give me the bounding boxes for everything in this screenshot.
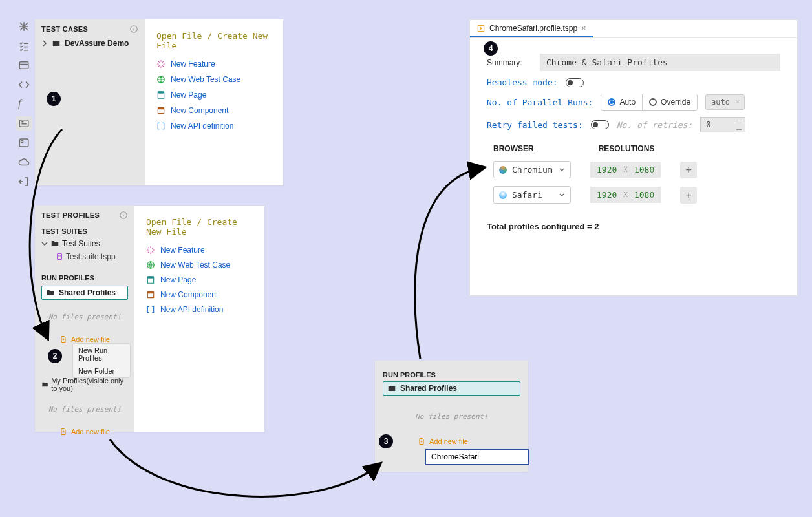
browser-row-0: Chromium 1920 X 1080 + [487, 161, 780, 178]
reports-icon [18, 137, 30, 149]
svg-rect-7 [158, 92, 164, 94]
parallel-override[interactable]: Override [643, 94, 697, 110]
parallel-auto[interactable]: Auto [601, 94, 643, 110]
summary-label: Summary: [487, 58, 532, 67]
parallel-segmented: Auto Override [601, 94, 698, 111]
resolution-0[interactable]: 1920 X 1080 [590, 162, 661, 178]
shared-profiles-node[interactable]: Shared Profiles [41, 286, 128, 300]
retry-count-input[interactable]: 0 [700, 117, 745, 132]
retry-count-label: No. of retries: [617, 120, 692, 130]
create-list: New Feature New Web Test Case New Page N… [156, 59, 272, 131]
panel-test-cases: TEST CASES DevAssure Demo Open File / Cr… [35, 19, 283, 185]
new-feature-label: New Feature [171, 59, 215, 69]
col-browser: BROWSER [493, 144, 534, 153]
page-icon [156, 90, 166, 100]
chevron-down-icon [41, 240, 48, 247]
new-page-label: New Page [160, 275, 196, 284]
headless-label: Headless mode: [487, 78, 558, 87]
new-api-item[interactable]: New API definition [146, 305, 253, 314]
add-file-icon [418, 438, 425, 445]
chevron-down-icon [559, 167, 565, 173]
sidebar-item-logout[interactable] [16, 174, 32, 189]
code-icon [18, 79, 30, 90]
test-suites-root[interactable]: Test Suites [41, 239, 128, 248]
sidebar-item-checklist[interactable] [16, 39, 32, 53]
new-page-item[interactable]: New Page [146, 275, 253, 284]
add-new-file-3[interactable]: Add new file [383, 438, 520, 445]
filename-input[interactable] [425, 449, 529, 465]
empty-text-3: No files present! [383, 412, 520, 421]
editor-tab[interactable]: ChromeSafari.profile.tspp × [470, 20, 593, 37]
add-new-file-shared[interactable]: Add new file [41, 335, 128, 343]
folder-icon [52, 39, 61, 48]
project-name: DevAssure Demo [65, 39, 129, 48]
cloud-icon [18, 156, 30, 168]
new-feature-label: New Feature [160, 246, 205, 255]
svg-rect-14 [147, 277, 153, 279]
add-resolution-0[interactable]: + [680, 162, 697, 178]
profile-icon [18, 118, 30, 129]
parallel-label: No. of Parallel Runs: [487, 98, 593, 107]
new-feature-item[interactable]: New Feature [156, 59, 272, 69]
new-page-label: New Page [171, 90, 206, 100]
editor-tab-label: ChromeSafari.profile.tspp [489, 24, 577, 33]
shared-profiles-node-3[interactable]: Shared Profiles [383, 381, 520, 396]
project-root[interactable]: DevAssure Demo [41, 39, 138, 48]
new-component-item[interactable]: New Component [146, 290, 253, 299]
new-api-item[interactable]: New API definition [156, 121, 272, 131]
info-icon[interactable] [119, 211, 128, 220]
total-profiles: Total profiles configured = 2 [487, 222, 780, 231]
open-file-title-2: Open File / Create New File [146, 217, 253, 237]
ctx-new-run-profiles[interactable]: New Run Profiles [73, 344, 130, 364]
new-web-test-item[interactable]: New Web Test Case [146, 260, 253, 269]
panel-profile-editor: ChromeSafari.profile.tspp × Summary: Hea… [469, 19, 798, 296]
parallel-value[interactable]: auto [705, 94, 745, 110]
close-tab-icon[interactable]: × [581, 23, 586, 33]
summary-input[interactable] [540, 54, 780, 71]
step-badge-3: 3 [379, 434, 393, 448]
browser-select-1[interactable]: Safari [493, 186, 571, 204]
browser-select-0[interactable]: Chromium [493, 161, 571, 178]
folder-icon [50, 239, 59, 248]
retry-label: Retry failed tests: [487, 120, 583, 130]
res-w-0: 1920 [597, 165, 617, 174]
sidebar-item-discover[interactable] [16, 19, 32, 34]
retry-toggle[interactable] [591, 120, 609, 129]
svg-rect-16 [147, 291, 153, 293]
add-resolution-1[interactable]: + [680, 187, 697, 204]
svg-rect-0 [19, 62, 28, 69]
new-page-item[interactable]: New Page [156, 90, 272, 100]
new-api-label: New API definition [171, 121, 233, 131]
ctx-new-folder[interactable]: New Folder [73, 364, 130, 377]
test-suites-title: TEST SUITES [41, 227, 128, 235]
sidebar-item-cloud[interactable] [16, 155, 32, 169]
sidebar-item-reports[interactable] [16, 136, 32, 150]
my-profiles-node[interactable]: My Profiles(visible only to you) [41, 377, 128, 392]
info-icon[interactable] [129, 25, 138, 34]
res-h-0: 1080 [634, 165, 654, 174]
new-web-test-item[interactable]: New Web Test Case [156, 75, 272, 84]
add-file-icon [59, 335, 67, 343]
browser-name-0: Chromium [512, 165, 553, 174]
browser-name-1: Safari [512, 190, 542, 200]
sidebar-item-data[interactable] [16, 58, 32, 72]
svg-rect-9 [158, 107, 164, 109]
add-new-file-my[interactable]: Add new file [41, 428, 128, 436]
new-component-item[interactable]: New Component [156, 106, 272, 115]
browser-row-1: Safari 1920 X 1080 + [487, 186, 780, 204]
new-feature-item[interactable]: New Feature [146, 246, 253, 255]
x-separator: X [623, 191, 628, 199]
headless-toggle[interactable] [566, 78, 584, 87]
sidebar-item-function[interactable]: f [16, 97, 32, 111]
res-h-1: 1080 [634, 190, 654, 200]
resolution-1[interactable]: 1920 X 1080 [590, 187, 661, 203]
new-component-label: New Component [171, 106, 228, 115]
panel-test-profiles: TEST PROFILES TEST SUITES Test Suites Te… [35, 206, 264, 432]
add-new-file-label2: Add new file [71, 428, 110, 436]
run-profiles-title-3: RUN PROFILES [383, 371, 520, 379]
test-suite-file[interactable]: Test.suite.tspp [56, 252, 128, 261]
chevron-right-icon [41, 40, 48, 47]
sidebar-item-code[interactable] [16, 78, 32, 92]
page-icon [146, 275, 155, 284]
sidebar-item-test-profiles[interactable]: Test Profiles [16, 116, 32, 131]
